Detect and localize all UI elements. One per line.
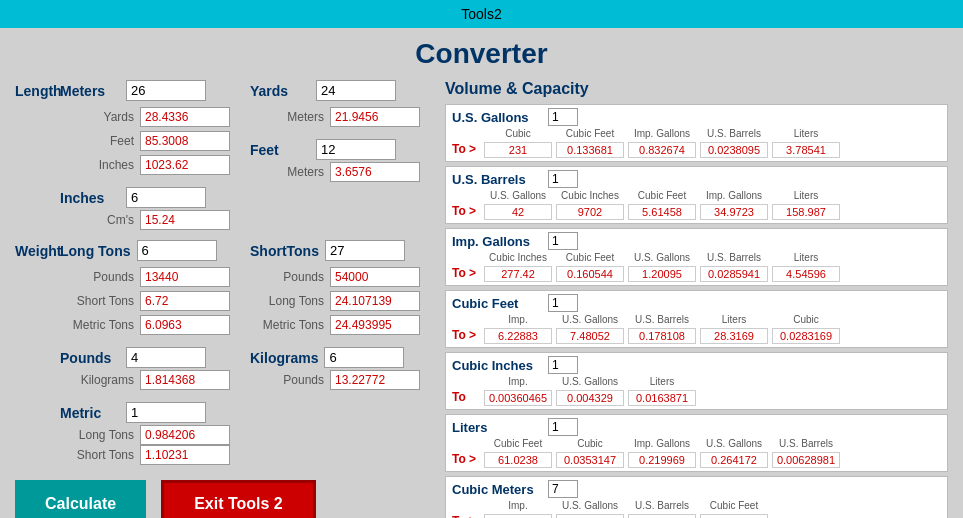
kilograms-input[interactable]	[324, 347, 404, 368]
vol-col-value-4-2[interactable]	[628, 390, 696, 406]
vol-col-value-4-1[interactable]	[556, 390, 624, 406]
vol-col-value-0-1[interactable]	[556, 142, 624, 158]
exit-button[interactable]: Exit Tools 2	[161, 480, 316, 518]
vol-input-4[interactable]	[548, 356, 578, 374]
vol-col-value-3-1[interactable]	[556, 328, 624, 344]
vol-input-3[interactable]	[548, 294, 578, 312]
vol-section-3: Cubic FeetTo >Imp.U.S. GallonsU.S. Barre…	[445, 290, 948, 348]
yards-meters-result[interactable]	[330, 107, 420, 127]
vol-col-value-2-1[interactable]	[556, 266, 624, 282]
vol-name-3: Cubic Feet	[452, 296, 542, 311]
vol-input-6[interactable]	[548, 480, 578, 498]
longtons-input[interactable]	[137, 240, 217, 261]
weight-converters: Long Tons Pounds Short Tons Metric	[60, 240, 420, 465]
meters-feet-label: Feet	[64, 134, 134, 148]
inches-cms-row: Cm's	[60, 210, 230, 230]
left-panel: Length Meters Yards Feet	[15, 80, 435, 518]
inches-input[interactable]	[126, 187, 206, 208]
feet-meters-result[interactable]	[330, 162, 420, 182]
vol-input-0[interactable]	[548, 108, 578, 126]
vol-col-value-3-0[interactable]	[484, 328, 552, 344]
pounds-input[interactable]	[126, 347, 206, 368]
meters-feet-result[interactable]	[140, 131, 230, 151]
lt-shorttons-result[interactable]	[140, 291, 230, 311]
shorttons-input[interactable]	[325, 240, 405, 261]
inches-label: Inches	[60, 190, 120, 206]
st-lt-result[interactable]	[330, 291, 420, 311]
length-converters: Meters Yards Feet Inches	[60, 80, 420, 230]
meters-label: Meters	[60, 83, 120, 99]
vol-col-value-1-4[interactable]	[772, 204, 840, 220]
vol-col-value-1-0[interactable]	[484, 204, 552, 220]
vol-col-value-5-1[interactable]	[556, 452, 624, 468]
vol-col-label-2-1: Cubic Feet	[566, 252, 614, 264]
vol-col-value-0-0[interactable]	[484, 142, 552, 158]
vol-col-value-0-4[interactable]	[772, 142, 840, 158]
meters-yards-result[interactable]	[140, 107, 230, 127]
vol-col-1-4: Liters	[772, 190, 840, 220]
vol-col-value-3-2[interactable]	[628, 328, 696, 344]
metric-input[interactable]	[126, 402, 206, 423]
vol-col-value-6-3[interactable]	[700, 514, 768, 518]
vol-col-label-4-2: Liters	[650, 376, 674, 388]
vol-input-2[interactable]	[548, 232, 578, 250]
vol-col-6-1: U.S. Gallons	[556, 500, 624, 518]
vol-col-value-1-1[interactable]	[556, 204, 624, 220]
vol-col-value-5-4[interactable]	[772, 452, 840, 468]
yards-input[interactable]	[316, 80, 396, 101]
metric-lt-result[interactable]	[140, 425, 230, 445]
lt-pounds-result[interactable]	[140, 267, 230, 287]
buttons-row: Calculate Exit Tools 2	[15, 480, 435, 518]
weight-group: Weight Long Tons Pounds Short T	[15, 240, 435, 465]
vol-col-value-2-0[interactable]	[484, 266, 552, 282]
vol-col-value-2-2[interactable]	[628, 266, 696, 282]
vol-col-label-0-1: Cubic Feet	[566, 128, 614, 140]
vol-col-5-4: U.S. Barrels	[772, 438, 840, 468]
vol-col-label-4-1: U.S. Gallons	[562, 376, 618, 388]
vol-col-value-3-4[interactable]	[772, 328, 840, 344]
vol-col-value-2-4[interactable]	[772, 266, 840, 282]
vol-col-value-4-0[interactable]	[484, 390, 552, 406]
kg-pounds-result[interactable]	[330, 370, 420, 390]
vol-input-1[interactable]	[548, 170, 578, 188]
pounds-kg-result[interactable]	[140, 370, 230, 390]
vol-col-label-2-2: U.S. Gallons	[634, 252, 690, 264]
vol-to-4: To	[452, 376, 480, 404]
feet-input[interactable]	[316, 139, 396, 160]
vol-col-value-1-3[interactable]	[700, 204, 768, 220]
vol-col-value-6-1[interactable]	[556, 514, 624, 518]
vol-col-value-0-3[interactable]	[700, 142, 768, 158]
vol-col-2-4: Liters	[772, 252, 840, 282]
vol-col-0-4: Liters	[772, 128, 840, 158]
vol-col-value-2-3[interactable]	[700, 266, 768, 282]
lt-metrictons-result[interactable]	[140, 315, 230, 335]
calculate-button[interactable]: Calculate	[15, 480, 146, 518]
kilograms-label: Kilograms	[250, 350, 318, 366]
meters-inches-result[interactable]	[140, 155, 230, 175]
vol-col-label-5-0: Cubic Feet	[494, 438, 542, 450]
vol-col-label-3-4: Cubic	[793, 314, 819, 326]
meters-input[interactable]	[126, 80, 206, 101]
vol-col-value-6-0[interactable]	[484, 514, 552, 518]
vol-col-value-0-2[interactable]	[628, 142, 696, 158]
st-mt-result[interactable]	[330, 315, 420, 335]
title-bar: Tools2	[0, 0, 963, 28]
vol-col-value-5-0[interactable]	[484, 452, 552, 468]
vol-col-value-3-3[interactable]	[700, 328, 768, 344]
st-pounds-label: Pounds	[254, 270, 324, 284]
metric-st-result[interactable]	[140, 445, 230, 465]
vol-col-value-6-2[interactable]	[628, 514, 696, 518]
vol-name-1: U.S. Barrels	[452, 172, 542, 187]
vol-to-1: To >	[452, 190, 480, 218]
vol-col-value-5-3[interactable]	[700, 452, 768, 468]
length-group: Length Meters Yards Feet	[15, 80, 435, 230]
vol-col-label-4-0: Imp.	[508, 376, 527, 388]
st-pounds-result[interactable]	[330, 267, 420, 287]
volume-sections: U.S. GallonsTo >CubicCubic FeetImp. Gall…	[445, 104, 948, 518]
inches-cms-result[interactable]	[140, 210, 230, 230]
vol-col-label-3-3: Liters	[722, 314, 746, 326]
vol-col-value-1-2[interactable]	[628, 204, 696, 220]
lt-metrictons-label: Metric Tons	[64, 318, 134, 332]
vol-col-value-5-2[interactable]	[628, 452, 696, 468]
vol-input-5[interactable]	[548, 418, 578, 436]
